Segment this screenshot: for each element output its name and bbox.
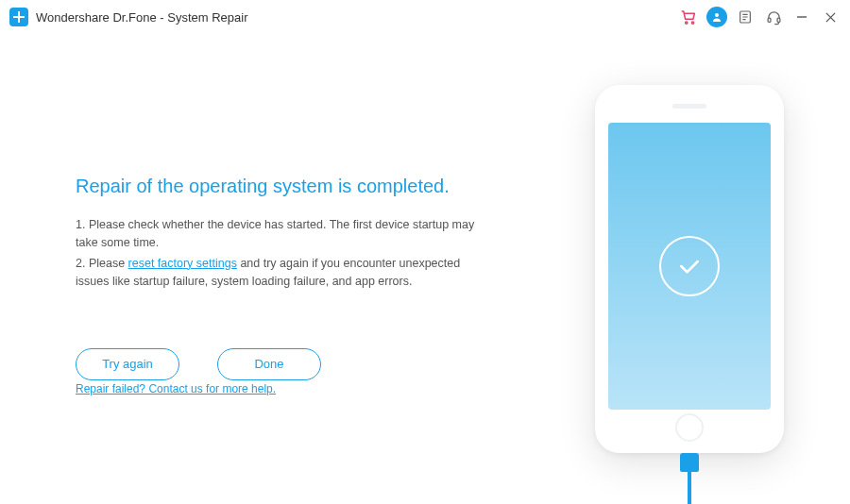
app-logo-icon (9, 8, 28, 26)
headset-icon[interactable] (759, 4, 788, 30)
svg-point-2 (715, 13, 719, 17)
instruction-line-1: 1. Please check whether the device has s… (76, 216, 491, 253)
button-row: Try again Done (76, 348, 491, 380)
app-window: Wondershare Dr.Fone - System Repair Repa… (0, 0, 850, 504)
completion-heading: Repair of the operating system is comple… (76, 176, 491, 197)
minimize-button[interactable] (788, 4, 816, 30)
feedback-icon[interactable] (731, 4, 759, 30)
content-area: Repair of the operating system is comple… (0, 34, 850, 504)
phone-illustration (581, 85, 798, 491)
app-title: Wondershare Dr.Fone - System Repair (36, 10, 247, 25)
checkmark-circle-icon (659, 236, 720, 296)
phone-device (595, 85, 784, 453)
svg-rect-5 (777, 18, 780, 22)
reset-factory-settings-link[interactable]: reset factory settings (128, 257, 237, 270)
svg-point-1 (691, 22, 693, 24)
instruction-line-2-prefix: 2. Please (76, 257, 128, 270)
svg-rect-4 (768, 18, 771, 22)
instruction-line-2: 2. Please reset factory settings and try… (76, 255, 491, 292)
try-again-button[interactable]: Try again (76, 348, 179, 380)
right-pane (529, 34, 850, 504)
left-pane: Repair of the operating system is comple… (0, 34, 529, 504)
done-button[interactable]: Done (217, 348, 321, 380)
svg-point-0 (686, 22, 688, 24)
cart-icon[interactable] (674, 4, 703, 30)
phone-speaker (672, 104, 706, 109)
usb-cable-icon (680, 453, 699, 504)
phone-screen (608, 123, 771, 410)
titlebar: Wondershare Dr.Fone - System Repair (0, 0, 850, 34)
phone-home-button (675, 413, 704, 442)
repair-failed-help-link[interactable]: Repair failed? Contact us for more help. (76, 382, 276, 395)
user-icon[interactable] (703, 4, 731, 30)
close-button[interactable] (816, 4, 844, 30)
